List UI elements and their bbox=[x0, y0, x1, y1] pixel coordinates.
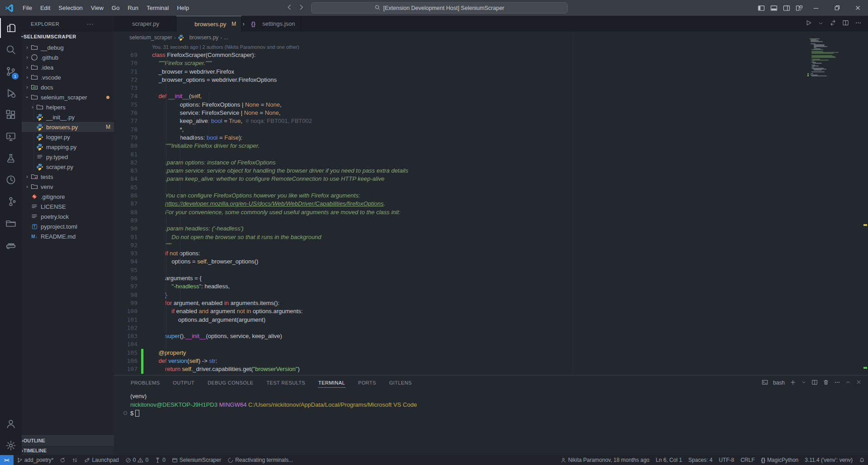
code-line-93[interactable]: 93 if not options: bbox=[114, 249, 868, 258]
code-line-105[interactable]: 105 @property bbox=[114, 349, 868, 357]
tab-scraper-py[interactable]: scraper.py bbox=[114, 16, 176, 32]
command-decoration-icon[interactable] bbox=[123, 411, 127, 415]
code-line-83[interactable]: 83 :param service: service object for ha… bbox=[114, 167, 868, 175]
status-remote-indicator[interactable]: >< bbox=[0, 455, 14, 465]
explorer-icon[interactable] bbox=[0, 18, 22, 38]
tree-item--idea[interactable]: ›.idea bbox=[22, 62, 114, 72]
close-panel-icon[interactable] bbox=[856, 379, 862, 386]
code-line-100[interactable]: 100 if enabled and argument not in optio… bbox=[114, 307, 868, 315]
status-launchpad[interactable]: Launchpad bbox=[81, 455, 122, 465]
tree-item-tests[interactable]: ›tests bbox=[22, 172, 114, 182]
menu-file[interactable]: File bbox=[19, 0, 36, 16]
code-line-73[interactable]: 73 bbox=[114, 84, 868, 92]
code-line-70[interactable]: 70 """Firefox scraper.""" bbox=[114, 59, 868, 67]
code-editor[interactable]: You, 31 seconds ago | 2 authors (Nikita … bbox=[114, 43, 868, 374]
run-python-file-icon[interactable] bbox=[805, 19, 812, 28]
code-line-78[interactable]: 78 *, bbox=[114, 126, 868, 134]
code-line-90[interactable]: 90 :param headless: ('-headless') bbox=[114, 225, 868, 233]
tree-item--github[interactable]: ›.github bbox=[22, 52, 114, 62]
code-line-98[interactable]: 98 } bbox=[114, 291, 868, 299]
gitlens-icon[interactable] bbox=[0, 170, 22, 190]
panel-tab-output[interactable]: OUTPUT bbox=[172, 378, 195, 387]
source-control-icon[interactable]: 1 bbox=[0, 61, 22, 81]
code-line-104[interactable]: 104 bbox=[114, 340, 868, 348]
code-line-87[interactable]: 87 https://developer.mozilla.org/en-US/d… bbox=[114, 200, 868, 208]
accounts-icon[interactable] bbox=[0, 414, 22, 434]
tree-item-selenium-scraper[interactable]: ›selenium_scraper bbox=[22, 92, 114, 102]
new-terminal-icon[interactable] bbox=[790, 379, 796, 387]
tree-root[interactable]: › SELENIUMSCRAPER bbox=[22, 32, 114, 42]
extensions-icon[interactable] bbox=[0, 105, 22, 125]
code-line-80[interactable]: 80 """Initialize Firefox driver for scra… bbox=[114, 142, 868, 150]
panel-tab-gitlens[interactable]: GITLENS bbox=[389, 378, 412, 387]
split-editor-icon[interactable] bbox=[842, 19, 849, 28]
open-changes-icon[interactable] bbox=[830, 19, 836, 28]
code-line-84[interactable]: 84 :param keep_alive: whether to configu… bbox=[114, 175, 868, 183]
breadcrumb[interactable]: selenium_scraper › browsers.py › ... bbox=[114, 32, 868, 43]
back-icon[interactable] bbox=[286, 4, 293, 13]
command-center-search[interactable]: [Extension Development Host] SeleniumScr… bbox=[311, 2, 568, 14]
code-line-75[interactable]: 75 options: FirefoxOptions | None = None… bbox=[114, 101, 868, 109]
tree-item-mapping-py[interactable]: mapping.py bbox=[22, 142, 114, 152]
panel-more-icon[interactable] bbox=[834, 379, 840, 387]
code-line-71[interactable]: 71 _browser = webdriver.Firefox bbox=[114, 68, 868, 76]
status-extension-host[interactable]: SeleniumScraper bbox=[169, 455, 224, 465]
remote-explorer-icon[interactable] bbox=[0, 127, 22, 146]
forward-icon[interactable] bbox=[298, 4, 305, 13]
status-encoding[interactable]: UTF-8 bbox=[716, 455, 737, 465]
tree-item-browsers-py[interactable]: browsers.pyM bbox=[22, 122, 114, 132]
restore-button[interactable] bbox=[826, 0, 847, 16]
code-line-95[interactable]: 95 bbox=[114, 266, 868, 274]
split-terminal-icon[interactable] bbox=[811, 379, 818, 387]
status-eol[interactable]: CRLF bbox=[737, 455, 758, 465]
tree-item-pyproject-toml[interactable]: Tpyproject.toml bbox=[22, 221, 114, 231]
status-terminal-status[interactable]: Reactivating terminals... bbox=[224, 455, 296, 465]
maximize-panel-icon[interactable] bbox=[845, 380, 851, 386]
status-python-interpreter[interactable]: 3.11.4 ('venv': venv) bbox=[802, 455, 856, 465]
code-line-76[interactable]: 76 service: FirefoxService | None = None… bbox=[114, 109, 868, 117]
tree-item-venv[interactable]: ›venv bbox=[22, 182, 114, 192]
status-problems-counts[interactable]: 00 bbox=[122, 455, 152, 465]
menu-view[interactable]: View bbox=[87, 0, 108, 16]
tree-item--gitignore[interactable]: .gitignore bbox=[22, 192, 114, 202]
tree-item-scraper-py[interactable]: scraper.py bbox=[22, 162, 114, 172]
status-push-pull[interactable] bbox=[69, 455, 81, 465]
status-notifications[interactable] bbox=[856, 455, 868, 465]
tree-item-helpers[interactable]: ›helpers bbox=[22, 102, 114, 112]
more-actions-icon[interactable] bbox=[855, 19, 862, 28]
layout-panel-left-icon[interactable] bbox=[755, 0, 768, 16]
views-more-actions-icon[interactable]: ··· bbox=[87, 20, 94, 27]
code-line-74[interactable]: 74 def __init__(self, bbox=[114, 92, 868, 100]
shell-label[interactable]: bash bbox=[773, 380, 785, 386]
code-line-88[interactable]: 88 For your convenience, some commonly u… bbox=[114, 208, 868, 216]
code-line-101[interactable]: 101 options.add_argument(argument) bbox=[114, 316, 868, 324]
code-line-99[interactable]: 99 for argument, enabled in arguments.it… bbox=[114, 299, 868, 307]
menu-terminal[interactable]: Terminal bbox=[142, 0, 173, 16]
code-line-91[interactable]: 91 Do not open the browser so that it ru… bbox=[114, 233, 868, 241]
menu-go[interactable]: Go bbox=[108, 0, 123, 16]
tree-item-license[interactable]: LICENSE bbox=[22, 202, 114, 211]
run-dropdown-icon[interactable] bbox=[818, 20, 824, 28]
panel-tab-terminal[interactable]: TERMINAL bbox=[318, 378, 346, 388]
code-line-92[interactable]: 92 """ bbox=[114, 241, 868, 249]
status-cursor-position[interactable]: Ln 6, Col 1 bbox=[653, 455, 685, 465]
project-manager-icon[interactable] bbox=[0, 213, 22, 233]
code-line-72[interactable]: 72 _browser_options = webdriver.FirefoxO… bbox=[114, 76, 868, 84]
tree-item--vscode[interactable]: ›.vscode bbox=[22, 72, 114, 82]
code-line-79[interactable]: 79 headless: bool = False): bbox=[114, 134, 868, 142]
tree-item--debug[interactable]: ›__debug bbox=[22, 42, 114, 52]
search-icon[interactable] bbox=[0, 40, 22, 60]
code-line-77[interactable]: 77 keep_alive: bool = True, # noqa: FBT0… bbox=[114, 117, 868, 125]
status-ports-forwarded[interactable]: 0 bbox=[152, 455, 169, 465]
status-sync-changes[interactable] bbox=[57, 455, 69, 465]
menu-run[interactable]: Run bbox=[123, 0, 142, 16]
tree-item-docs[interactable]: ›docs bbox=[22, 82, 114, 92]
code-line-103[interactable]: 103 super().__init__(options, service, k… bbox=[114, 332, 868, 340]
terminal[interactable]: (venv)nickitonov@DESKTOP-J9H1PD3 MINGW64… bbox=[130, 392, 417, 418]
tree-item-logger-py[interactable]: logger.py bbox=[22, 132, 114, 142]
menu-selection[interactable]: Selection bbox=[54, 0, 86, 16]
testing-icon[interactable] bbox=[0, 148, 22, 168]
panel-tab-debug-console[interactable]: DEBUG CONSOLE bbox=[207, 378, 254, 387]
code-line-107[interactable]: 107 return self._driver.capabilities.get… bbox=[114, 365, 868, 373]
gitlens-inspect-icon[interactable] bbox=[0, 192, 22, 211]
